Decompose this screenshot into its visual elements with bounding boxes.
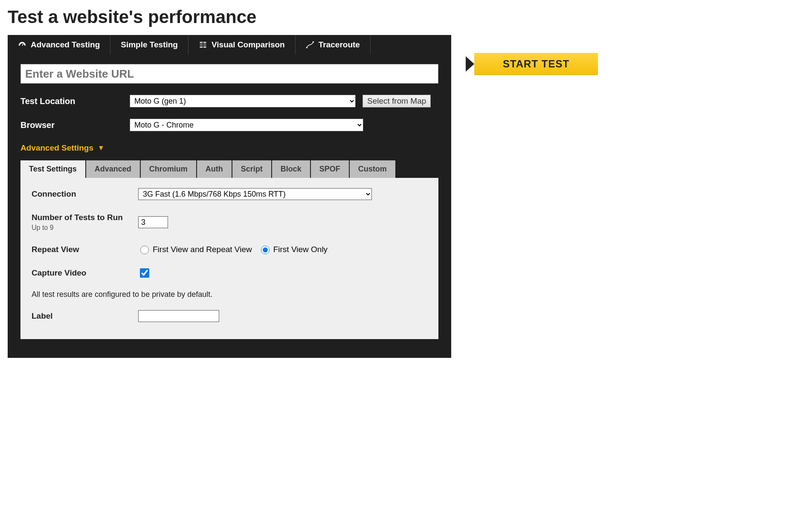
settings-tab-spof[interactable]: SPOF (311, 160, 349, 178)
settings-pane: Connection 3G Fast (1.6 Mbps/768 Kbps 15… (20, 178, 438, 339)
settings-tab-script[interactable]: Script (232, 160, 271, 178)
label-input[interactable] (138, 310, 219, 322)
settings-tabs: Test Settings Advanced Chromium Auth Scr… (20, 160, 438, 178)
settings-tab-block[interactable]: Block (272, 160, 310, 178)
tab-label: Advanced Testing (31, 40, 100, 49)
tab-simple-testing[interactable]: Simple Testing (110, 35, 188, 55)
tab-visual-comparison[interactable]: Visual Comparison (188, 35, 296, 55)
repeatview-label: Repeat View (32, 245, 138, 254)
numtests-sublabel: Up to 9 (32, 224, 138, 232)
advanced-settings-toggle[interactable]: Advanced Settings ▼ (20, 143, 438, 153)
tab-label: Visual Comparison (212, 40, 285, 49)
tab-advanced-testing[interactable]: Advanced Testing (8, 35, 110, 55)
browser-label: Browser (20, 120, 123, 130)
tab-label: Traceroute (319, 40, 360, 49)
compare-icon (199, 41, 207, 49)
url-input[interactable] (20, 64, 438, 84)
svg-point-0 (306, 47, 307, 48)
tab-traceroute[interactable]: Traceroute (296, 35, 371, 55)
repeatview-radio-group: First View and Repeat View First View On… (138, 244, 328, 254)
settings-tab-auth[interactable]: Auth (197, 160, 232, 178)
connection-label: Connection (32, 189, 138, 199)
select-from-map-button[interactable]: Select from Map (362, 95, 431, 107)
label-label: Label (32, 311, 138, 321)
arrow-right-icon (466, 56, 474, 72)
settings-tab-advanced[interactable]: Advanced (86, 160, 140, 178)
repeatview-radio-both[interactable] (140, 246, 149, 254)
settings-tab-chromium[interactable]: Chromium (141, 160, 196, 178)
capturevideo-label: Capture Video (32, 268, 138, 278)
advanced-settings-label: Advanced Settings (20, 143, 93, 153)
mode-tabs: Advanced Testing Simple Testing Visual C… (8, 35, 451, 55)
repeatview-option-first-label: First View Only (273, 245, 328, 254)
test-form-panel: Advanced Testing Simple Testing Visual C… (8, 35, 451, 358)
repeatview-option-first[interactable]: First View Only (259, 244, 328, 254)
browser-select[interactable]: Moto G - Chrome (130, 119, 363, 131)
numtests-label: Number of Tests to Run Up to 9 (32, 213, 138, 232)
tab-label: Simple Testing (121, 40, 178, 49)
numtests-input[interactable] (138, 216, 168, 228)
repeatview-radio-first[interactable] (261, 246, 270, 254)
location-label: Test Location (20, 96, 123, 106)
triangle-down-icon: ▼ (98, 144, 104, 152)
connection-select[interactable]: 3G Fast (1.6 Mbps/768 Kbps 150ms RTT) (138, 188, 372, 200)
start-test-wrap: START TEST (466, 53, 598, 75)
page-title: Test a website's performance (8, 7, 804, 27)
location-select[interactable]: Moto G (gen 1) (130, 95, 356, 107)
private-note: All test results are configured to be pr… (32, 290, 427, 299)
gauge-icon (18, 41, 26, 49)
traceroute-icon (306, 41, 314, 49)
svg-point-1 (313, 41, 314, 43)
start-test-button[interactable]: START TEST (474, 53, 598, 75)
repeatview-option-both[interactable]: First View and Repeat View (138, 244, 252, 254)
settings-tab-test[interactable]: Test Settings (20, 160, 85, 178)
repeatview-option-both-label: First View and Repeat View (153, 245, 252, 254)
capturevideo-checkbox[interactable] (140, 268, 149, 278)
settings-tab-custom[interactable]: Custom (350, 160, 395, 178)
